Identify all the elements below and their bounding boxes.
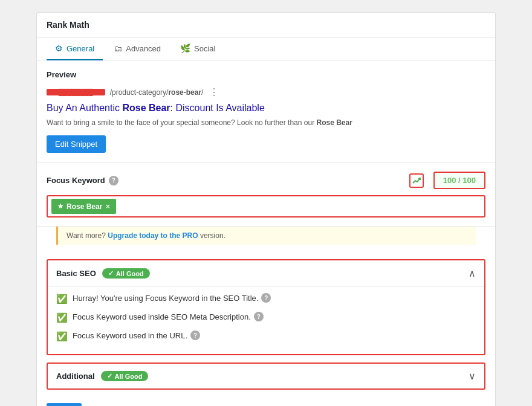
preview-desc-part1: Want to bring a smile to the face of you… [47, 118, 316, 127]
preview-title-part2: : Discount Is Available [170, 103, 265, 113]
seo-check-icon-2: ✅ [56, 312, 68, 323]
url-options-icon[interactable]: ⋮ [207, 85, 221, 99]
basic-seo-header[interactable]: Basic SEO ✓ All Good ∧ [48, 260, 484, 286]
basic-seo-chevron-icon: ∧ [469, 268, 476, 279]
keyword-input[interactable] [120, 198, 484, 214]
rank-math-panel: Rank Math ⚙ General 🗂 Advanced 🌿 Social … [36, 12, 496, 406]
panel-title: Rank Math [37, 13, 495, 37]
tab-general[interactable]: ⚙ General [47, 37, 103, 60]
seo-item-label-1: Hurray! You're using Focus Keyword in th… [73, 294, 258, 303]
basic-seo-label: Basic SEO [56, 269, 96, 278]
edit-snippet-button[interactable]: Edit Snippet [47, 135, 106, 153]
tab-general-label: General [66, 44, 94, 53]
focus-keyword-label-row: Focus Keyword ? [47, 176, 118, 185]
url-redacted: ████████ [47, 89, 105, 95]
additional-badge-label: All Good [115, 373, 143, 380]
preview-title: Buy An Authentic Rose Bear: Discount Is … [47, 102, 485, 115]
preview-label: Preview [47, 70, 485, 79]
keyword-tag: ★ Rose Bear × [51, 199, 116, 214]
keyword-remove-icon[interactable]: × [105, 202, 110, 211]
gear-icon: ⚙ [55, 44, 63, 53]
bottom-actions: Save [37, 397, 495, 406]
chart-icon[interactable] [409, 173, 424, 188]
seo-item-3: ✅ Focus Keyword used in the URL. ? [56, 327, 476, 346]
keyword-input-row[interactable]: ★ Rose Bear × [47, 195, 485, 218]
basic-seo-title-row: Basic SEO ✓ All Good [56, 268, 150, 279]
additional-chevron-icon: ∨ [469, 370, 476, 382]
preview-url: ████████ /product-category/rose-bear/ ⋮ [47, 85, 485, 99]
score-box: 100 / 100 [433, 172, 485, 189]
badge-check-icon: ✓ [108, 269, 114, 277]
tab-advanced[interactable]: 🗂 Advanced [105, 37, 169, 60]
tabs-bar: ⚙ General 🗂 Advanced 🌿 Social [37, 37, 495, 60]
upgrade-link[interactable]: Upgrade today to the PRO [108, 231, 198, 240]
additional-accordion: Additional ✓ All Good ∨ [47, 362, 485, 390]
badge-label: All Good [116, 270, 144, 277]
seo-item-text-2: Focus Keyword used inside SEO Meta Descr… [73, 312, 264, 321]
seo-item-2: ✅ Focus Keyword used inside SEO Meta Des… [56, 308, 476, 327]
additional-title-row: Additional ✓ All Good [56, 371, 148, 381]
seo-check-icon-1: ✅ [56, 294, 68, 304]
preview-title-bold: Rose Bear [122, 103, 170, 113]
basic-seo-accordion: Basic SEO ✓ All Good ∧ ✅ Hurray! You're … [47, 259, 485, 355]
tab-social-label: Social [194, 44, 215, 53]
keyword-tag-label: Rose Bear [66, 202, 102, 211]
tab-advanced-label: Advanced [126, 44, 161, 53]
focus-keyword-header: Focus Keyword ? 100 / 100 [47, 172, 485, 189]
additional-header[interactable]: Additional ✓ All Good ∨ [48, 364, 484, 388]
focus-keyword-text: Focus Keyword [47, 176, 105, 185]
additional-badge-check-icon: ✓ [107, 372, 112, 380]
url-path: /product-category/rose-bear/ [110, 88, 204, 97]
seo-item-label-2: Focus Keyword used inside SEO Meta Descr… [73, 312, 251, 321]
additional-badge: ✓ All Good [101, 371, 149, 381]
upgrade-suffix: version. [198, 231, 225, 240]
additional-label: Additional [56, 372, 95, 381]
social-icon: 🌿 [180, 44, 190, 53]
preview-title-part1: Buy An Authentic [47, 103, 122, 113]
focus-keyword-help-icon[interactable]: ? [109, 176, 118, 185]
advanced-icon: 🗂 [114, 44, 122, 53]
seo-help-icon-3[interactable]: ? [190, 330, 200, 340]
seo-check-icon-3: ✅ [56, 331, 68, 342]
seo-item-1: ✅ Hurray! You're using Focus Keyword in … [56, 289, 476, 308]
upgrade-banner: Want more? Upgrade today to the PRO vers… [56, 227, 476, 245]
seo-help-icon-2[interactable]: ? [254, 312, 264, 321]
save-button[interactable]: Save [47, 403, 82, 406]
tab-social[interactable]: 🌿 Social [172, 37, 224, 60]
upgrade-text: Want more? [66, 231, 108, 240]
preview-description: Want to bring a smile to the face of you… [47, 117, 485, 128]
focus-keyword-section: Focus Keyword ? 100 / 100 ★ Rose Bear × [37, 163, 495, 227]
basic-seo-badge: ✓ All Good [102, 268, 150, 279]
url-keyword: rose-bear [168, 88, 201, 97]
upgrade-banner-wrapper: Want more? Upgrade today to the PRO vers… [37, 227, 495, 252]
seo-item-label-3: Focus Keyword used in the URL. [73, 331, 187, 340]
preview-section: Preview ████████ /product-category/rose-… [37, 60, 495, 163]
seo-item-text-3: Focus Keyword used in the URL. ? [73, 330, 200, 340]
preview-desc-bold: Rose Bear [316, 118, 352, 127]
seo-help-icon-1[interactable]: ? [261, 293, 271, 303]
seo-item-text-1: Hurray! You're using Focus Keyword in th… [73, 293, 271, 303]
star-icon: ★ [57, 202, 63, 210]
basic-seo-body: ✅ Hurray! You're using Focus Keyword in … [48, 286, 484, 354]
